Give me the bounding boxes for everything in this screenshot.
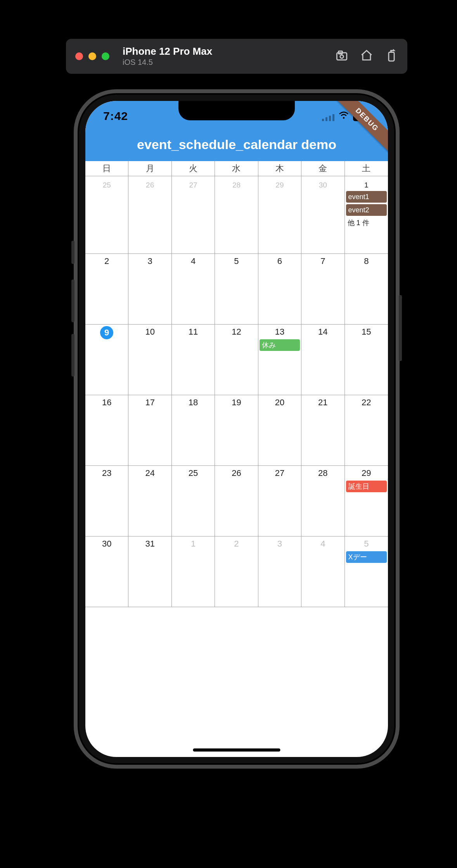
calendar-day[interactable]: 5 <box>215 254 258 325</box>
calendar-day[interactable]: 17 <box>128 395 171 466</box>
day-number: 2 <box>87 255 127 267</box>
calendar-day[interactable]: 1event1event2他 1 件 <box>345 176 388 254</box>
calendar-event[interactable]: Xデー <box>346 551 387 563</box>
day-number: 7 <box>303 255 343 267</box>
calendar-day[interactable]: 8 <box>345 254 388 325</box>
day-number: 12 <box>216 326 256 338</box>
day-number: 30 <box>87 538 127 550</box>
calendar-day[interactable]: 28 <box>301 466 344 536</box>
calendar-day[interactable]: 1 <box>172 536 215 607</box>
dow-label: 水 <box>215 161 258 176</box>
calendar-day[interactable]: 2 <box>85 254 128 325</box>
cellular-icon <box>322 114 334 121</box>
calendar-more-label[interactable]: 他 1 件 <box>346 218 387 227</box>
day-number: 4 <box>173 255 213 267</box>
day-number: 28 <box>303 467 343 479</box>
calendar-day[interactable]: 2 <box>215 536 258 607</box>
day-number: 17 <box>130 397 170 408</box>
day-number: 4 <box>303 538 343 550</box>
dow-label: 日 <box>85 161 128 176</box>
day-number: 1 <box>346 179 387 189</box>
day-number: 11 <box>173 326 213 338</box>
calendar-day[interactable]: 11 <box>172 325 215 395</box>
home-indicator[interactable] <box>193 748 280 752</box>
day-number: 10 <box>130 326 170 338</box>
day-number: 21 <box>303 397 343 408</box>
wifi-icon <box>338 111 349 121</box>
window-close-icon[interactable] <box>75 52 83 60</box>
calendar-day[interactable]: 29 <box>258 176 301 254</box>
calendar-day[interactable]: 26 <box>128 176 171 254</box>
calendar-week: 2526272829301event1event2他 1 件 <box>85 176 388 254</box>
calendar-day[interactable]: 12 <box>215 325 258 395</box>
calendar-day[interactable]: 20 <box>258 395 301 466</box>
day-number: 30 <box>303 179 343 189</box>
day-number: 3 <box>130 255 170 267</box>
day-number: 28 <box>216 179 256 189</box>
calendar-day[interactable]: 13休み <box>258 325 301 395</box>
calendar-week: 303112345Xデー <box>85 536 388 607</box>
calendar-day[interactable]: 27 <box>258 466 301 536</box>
calendar-event[interactable]: event2 <box>346 204 387 216</box>
day-number: 24 <box>130 467 170 479</box>
home-icon[interactable] <box>360 49 373 64</box>
calendar-day[interactable]: 27 <box>172 176 215 254</box>
window-zoom-icon[interactable] <box>102 52 109 60</box>
rotate-device-icon[interactable] <box>385 49 398 64</box>
calendar-event[interactable]: 誕生日 <box>346 481 387 492</box>
day-number: 6 <box>260 255 300 267</box>
calendar-day[interactable]: 29誕生日 <box>345 466 388 536</box>
calendar-day[interactable]: 9 <box>85 325 128 395</box>
battery-icon <box>353 113 370 121</box>
window-minimize-icon[interactable] <box>88 52 96 60</box>
svg-point-2 <box>340 55 344 59</box>
day-number: 14 <box>303 326 343 338</box>
day-number: 18 <box>173 397 213 408</box>
calendar-day[interactable]: 10 <box>128 325 171 395</box>
calendar-day[interactable]: 16 <box>85 395 128 466</box>
day-number: 29 <box>260 179 300 189</box>
screenshot-icon[interactable] <box>335 49 348 64</box>
day-number: 9 <box>87 326 127 338</box>
day-number: 26 <box>216 467 256 479</box>
calendar-day[interactable]: 30 <box>85 536 128 607</box>
calendar-day[interactable]: 23 <box>85 466 128 536</box>
calendar-week: 2345678 <box>85 254 388 325</box>
calendar-day[interactable]: 31 <box>128 536 171 607</box>
calendar-day[interactable]: 5Xデー <box>345 536 388 607</box>
calendar-day[interactable]: 6 <box>258 254 301 325</box>
calendar-day[interactable]: 21 <box>301 395 344 466</box>
day-number: 27 <box>260 467 300 479</box>
calendar-day[interactable]: 14 <box>301 325 344 395</box>
calendar-day[interactable]: 18 <box>172 395 215 466</box>
phone-screen: DEBUG 7:42 event_schedule_calendar demo … <box>85 101 388 757</box>
calendar-day[interactable]: 7 <box>301 254 344 325</box>
dow-label: 月 <box>128 161 171 176</box>
calendar-day[interactable]: 4 <box>172 254 215 325</box>
calendar-event[interactable]: event1 <box>346 191 387 203</box>
calendar-day[interactable]: 25 <box>85 176 128 254</box>
day-number: 3 <box>260 538 300 550</box>
calendar-day[interactable]: 22 <box>345 395 388 466</box>
day-number: 31 <box>130 538 170 550</box>
calendar-day[interactable]: 3 <box>258 536 301 607</box>
calendar-day[interactable]: 28 <box>215 176 258 254</box>
calendar-event[interactable]: 休み <box>260 339 300 351</box>
calendar-week: 23242526272829誕生日 <box>85 466 388 536</box>
calendar-day[interactable]: 4 <box>301 536 344 607</box>
calendar-day[interactable]: 24 <box>128 466 171 536</box>
calendar-day[interactable]: 25 <box>172 466 215 536</box>
calendar-day[interactable]: 30 <box>301 176 344 254</box>
calendar-day[interactable]: 3 <box>128 254 171 325</box>
day-number: 20 <box>260 397 300 408</box>
calendar-day[interactable]: 26 <box>215 466 258 536</box>
calendar: 日 月 火 水 木 金 土 2526272829301event1event2他… <box>85 161 388 607</box>
day-number: 5 <box>346 538 387 550</box>
phone-side-button <box>71 334 74 377</box>
dow-label: 金 <box>301 161 344 176</box>
calendar-day[interactable]: 15 <box>345 325 388 395</box>
calendar-day[interactable]: 19 <box>215 395 258 466</box>
day-number: 5 <box>216 255 256 267</box>
page-title: event_schedule_calendar demo <box>137 137 336 152</box>
day-number: 16 <box>87 397 127 408</box>
